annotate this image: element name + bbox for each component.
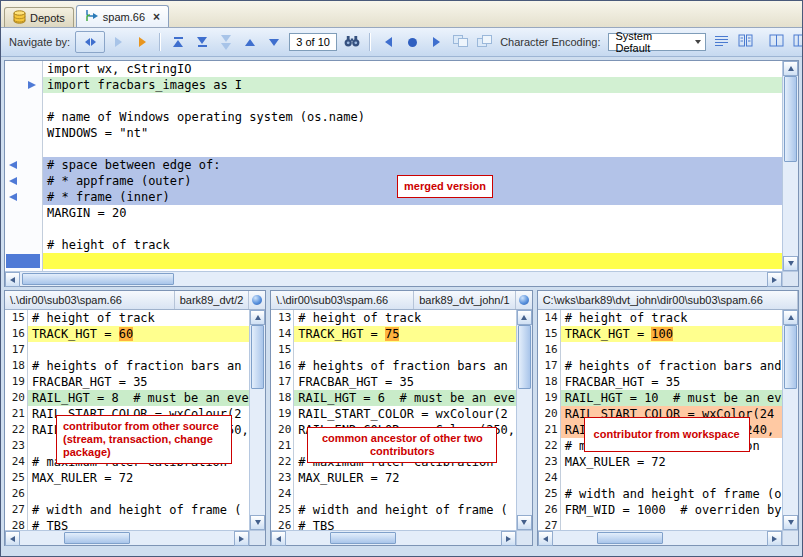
scroll-down-button[interactable]: [783, 256, 798, 271]
code-line: 15TRACK_HGT = 100: [538, 326, 782, 342]
scrollbar-thumb[interactable]: [784, 325, 797, 389]
next-conflict-button[interactable]: [215, 32, 237, 52]
scrollbar-track[interactable]: [396, 531, 500, 545]
code-line: [43, 253, 782, 269]
split-view-icon: [769, 33, 784, 51]
take-change-marker-icon[interactable]: [9, 193, 17, 201]
scroll-up-button[interactable]: [783, 61, 798, 76]
last-difference-button[interactable]: [191, 32, 213, 52]
scroll-right-button[interactable]: [767, 531, 782, 546]
first-difference-button[interactable]: [167, 32, 189, 52]
scroll-left-icon: [10, 536, 15, 542]
code-line: [43, 93, 782, 109]
take-change-marker-icon[interactable]: [9, 161, 17, 169]
difference-counter-input[interactable]: [289, 33, 337, 51]
current-difference-button[interactable]: [401, 32, 423, 52]
line-number: 26: [5, 486, 28, 502]
tab-depots[interactable]: Depots: [4, 7, 74, 27]
line-number: 18: [5, 358, 28, 374]
line-number: 19: [538, 390, 561, 406]
take-change-marker-icon[interactable]: [9, 177, 17, 185]
code-line: 14# height of track: [538, 310, 782, 326]
depots-icon: [13, 10, 26, 26]
next-difference-button[interactable]: [263, 32, 285, 52]
vertical-scrollbar[interactable]: [782, 310, 798, 530]
line-number: 15: [271, 342, 294, 358]
line-number: 14: [271, 326, 294, 342]
scrollbar-corner: [249, 530, 265, 545]
code-line: 13# height of track: [271, 310, 515, 326]
horizontal-scrollbar[interactable]: [271, 530, 515, 545]
horizontal-scrollbar[interactable]: [5, 271, 782, 286]
scroll-right-button[interactable]: [767, 272, 782, 287]
workspace-contributor-label: contributor from workspace: [584, 417, 750, 452]
code-area[interactable]: 13# height of track14TRACK_HGT = 751516#…: [271, 310, 515, 530]
scroll-up-button[interactable]: [783, 310, 798, 325]
previous-difference-button[interactable]: [239, 32, 261, 52]
tab-spam66[interactable]: spam.66 ×: [76, 5, 169, 27]
scroll-up-button[interactable]: [250, 310, 265, 325]
line-number: 23: [271, 470, 294, 486]
navigate-jump-button[interactable]: [131, 32, 153, 52]
merged-code-area[interactable]: import wx, cStringIOimport fracbars_imag…: [43, 61, 782, 271]
merge-tool-window: Depots spam.66 × Navigate by: Character …: [0, 0, 803, 557]
view-split-button[interactable]: [765, 32, 787, 52]
scrollbar-track[interactable]: [130, 531, 234, 545]
view-two-pane-button[interactable]: [734, 32, 756, 52]
vertical-scrollbar[interactable]: [782, 61, 798, 271]
scrollbar-track[interactable]: [783, 389, 798, 515]
scrollbar-thumb[interactable]: [64, 532, 130, 544]
close-tab-icon[interactable]: ×: [153, 12, 160, 22]
code-line: import wx, cStringIO: [43, 61, 782, 77]
scroll-down-button[interactable]: [517, 515, 532, 530]
scrollbar-thumb[interactable]: [22, 273, 174, 285]
horizontal-scrollbar[interactable]: [5, 530, 249, 545]
scrollbar-track[interactable]: [783, 162, 798, 256]
code-line: 14TRACK_HGT = 75: [271, 326, 515, 342]
previous-file-button[interactable]: [377, 32, 399, 52]
navigate-by-mode-button[interactable]: [75, 31, 105, 53]
view-unified-button[interactable]: [710, 32, 732, 52]
navigate-forward-button[interactable]: [107, 32, 129, 52]
next-file-button[interactable]: [425, 32, 447, 52]
find-button[interactable]: [341, 32, 363, 52]
scroll-down-button[interactable]: [783, 515, 798, 530]
scroll-right-button[interactable]: [501, 531, 516, 546]
code-line: 18# heights of fraction bars an: [5, 358, 249, 374]
line-number: 21: [271, 438, 294, 454]
take-change-marker-icon[interactable]: [28, 81, 36, 89]
scroll-left-button[interactable]: [271, 531, 286, 546]
horizontal-scrollbar[interactable]: [538, 530, 782, 545]
double-arrow-down-icon: [221, 35, 231, 50]
scrollbar-track[interactable]: [174, 272, 767, 286]
scrollbar-thumb[interactable]: [518, 325, 531, 389]
vertical-scrollbar[interactable]: [249, 310, 265, 530]
code-line: WINDOWS = "nt": [43, 125, 782, 141]
code-line: 16: [538, 342, 782, 358]
scrollbar-thumb[interactable]: [597, 532, 663, 544]
other-source-contributor-pane: \.\dir00\sub03\spam.66 bark89_dvt/2 15# …: [4, 290, 266, 546]
scroll-left-button[interactable]: [538, 531, 553, 546]
code-line: 15# height of track: [5, 310, 249, 326]
sync-panes-button[interactable]: [473, 32, 495, 52]
line-number: 17: [271, 374, 294, 390]
scrollbar-track[interactable]: [663, 531, 767, 545]
view-three-pane-button[interactable]: [789, 32, 803, 52]
scrollbar-thumb[interactable]: [251, 325, 264, 389]
scrollbar-track[interactable]: [250, 389, 265, 515]
code-line: 17: [5, 342, 249, 358]
scrollbar-track[interactable]: [517, 389, 532, 515]
scrollbar-thumb[interactable]: [330, 532, 396, 544]
scroll-down-icon: [255, 520, 261, 525]
align-panes-button[interactable]: [449, 32, 471, 52]
scroll-left-button[interactable]: [5, 272, 20, 287]
scroll-down-button[interactable]: [250, 515, 265, 530]
vertical-scrollbar[interactable]: [516, 310, 532, 530]
scroll-left-button[interactable]: [5, 531, 20, 546]
scroll-up-button[interactable]: [517, 310, 532, 325]
line-number: 21: [538, 422, 561, 438]
arrow-right-icon: [433, 37, 440, 47]
encoding-select[interactable]: System Default: [608, 33, 706, 51]
scrollbar-thumb[interactable]: [784, 76, 797, 162]
scroll-right-button[interactable]: [234, 531, 249, 546]
